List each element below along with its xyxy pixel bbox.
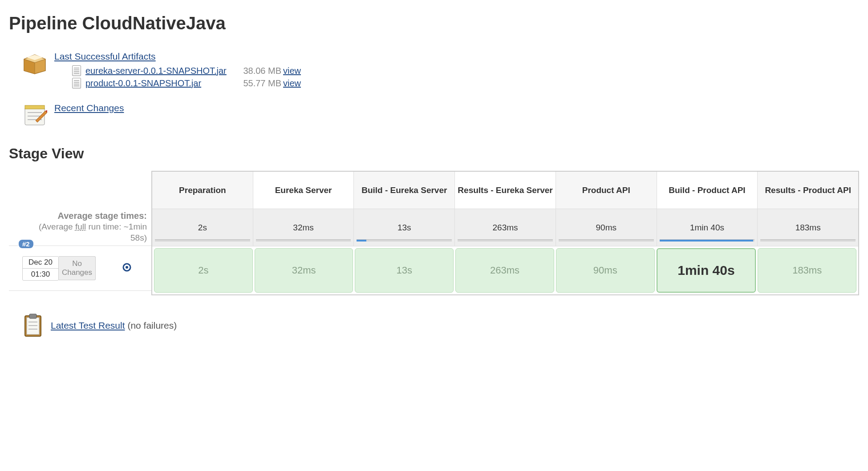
stage-cell[interactable]: 90ms <box>556 248 655 293</box>
stage-average: 1min 40s <box>657 209 758 246</box>
stage-view: Average stage times: (Average full run t… <box>9 171 859 295</box>
artifact-row: eureka-server-0.0.1-SNAPSHOT.jar38.06 MB… <box>72 64 301 77</box>
stage-header: Preparation <box>152 172 253 209</box>
stage-average: 183ms <box>757 209 858 246</box>
open-build-icon[interactable] <box>122 263 131 274</box>
artifact-size: 38.06 MB <box>232 64 281 77</box>
artifact-link[interactable]: product-0.0.1-SNAPSHOT.jar <box>85 77 232 89</box>
stage-average: 263ms <box>454 209 556 246</box>
stage-header: Build - Eureka Server <box>353 172 454 209</box>
stage-cell[interactable]: 183ms <box>758 248 856 293</box>
svg-rect-15 <box>29 314 37 318</box>
svg-point-12 <box>126 266 128 269</box>
clipboard-icon <box>22 313 44 338</box>
artifacts-section: Last Successful Artifacts eureka-server-… <box>22 51 859 89</box>
latest-test-result-link[interactable]: Latest Test Result <box>51 320 125 330</box>
artifact-size: 55.77 MB <box>232 77 281 89</box>
test-result-section: Latest Test Result (no failures) <box>22 313 859 338</box>
build-changes[interactable]: No Changes <box>59 256 96 281</box>
stage-average: 90ms <box>556 209 657 246</box>
recent-changes-section: Recent Changes <box>22 103 859 128</box>
build-date: Dec 20 01:30 <box>22 256 59 281</box>
stage-cell[interactable]: 32ms <box>255 248 353 293</box>
stage-cell[interactable]: 2s <box>154 248 253 293</box>
artifact-row: product-0.0.1-SNAPSHOT.jar55.77 MBview <box>72 77 301 89</box>
stage-header: Eureka Server <box>253 172 354 209</box>
stage-average: 32ms <box>253 209 354 246</box>
stage-cell[interactable]: 263ms <box>455 248 554 293</box>
file-icon <box>72 65 81 76</box>
file-icon <box>72 78 81 89</box>
build-run-row[interactable]: #2 Dec 20 01:30 No Changes <box>9 246 151 291</box>
svg-rect-5 <box>25 105 45 109</box>
stage-view-heading: Stage View <box>9 145 859 162</box>
artifact-view-link[interactable]: view <box>283 64 301 77</box>
stage-cell[interactable]: 13s <box>355 248 454 293</box>
package-icon <box>22 51 47 76</box>
stage-header: Product API <box>556 172 657 209</box>
stage-header: Build - Product API <box>657 172 758 209</box>
test-result-status: (no failures) <box>127 320 177 330</box>
recent-changes-link[interactable]: Recent Changes <box>54 103 124 113</box>
stage-average: 2s <box>152 209 253 246</box>
artifact-view-link[interactable]: view <box>283 77 301 89</box>
stage-average: 13s <box>353 209 454 246</box>
artifact-link[interactable]: eureka-server-0.0.1-SNAPSHOT.jar <box>85 64 232 77</box>
notepad-icon <box>22 103 47 128</box>
last-successful-artifacts-link[interactable]: Last Successful Artifacts <box>54 51 301 62</box>
stage-header: Results - Product API <box>757 172 858 209</box>
page-title: Pipeline CloudNativeJava <box>9 13 859 33</box>
stage-cell[interactable]: 1min 40s <box>657 248 756 293</box>
stage-header: Results - Eureka Server <box>454 172 556 209</box>
build-number-badge[interactable]: #2 <box>18 239 34 249</box>
